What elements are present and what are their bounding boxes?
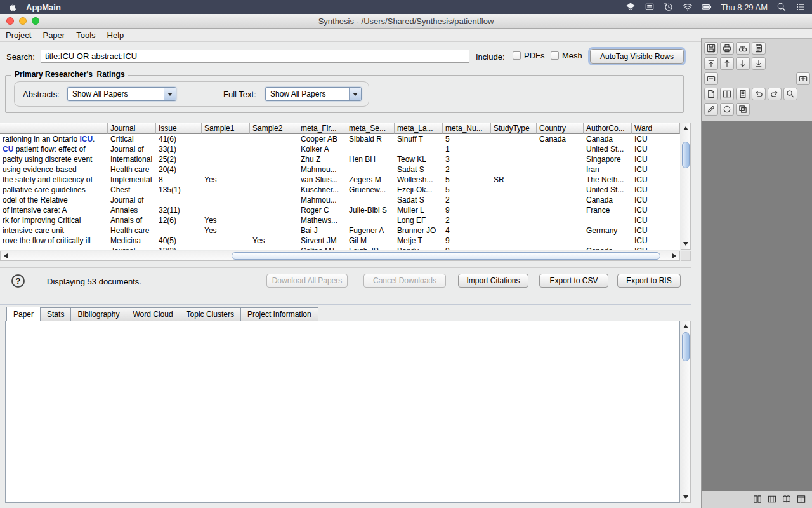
undo-icon[interactable] — [752, 88, 766, 100]
help-button[interactable]: ? — [11, 274, 25, 288]
draw-icon[interactable] — [704, 103, 718, 116]
battery-icon[interactable] — [702, 2, 712, 12]
abstracts-select[interactable]: Show All Papers — [67, 87, 176, 101]
table-row[interactable]: Journal13(2)Calfee MTLeigh JPBondy...9Ca… — [0, 246, 680, 250]
search-input[interactable] — [41, 50, 469, 63]
chevron-down-icon[interactable] — [349, 88, 361, 100]
table-row[interactable]: intensive care unitHealth careYesBai JFu… — [0, 225, 680, 236]
scroll-up-arrow-icon[interactable] — [683, 126, 688, 130]
dropbox-icon[interactable] — [625, 2, 636, 12]
table-row[interactable]: of intensive care: AAnnales32(11)Roger C… — [0, 205, 680, 215]
table-row[interactable]: CU patient flow: effect ofJournal of33(1… — [0, 144, 680, 154]
fulltext-select[interactable]: Show All Papers — [265, 87, 362, 101]
wifi-icon[interactable] — [683, 2, 693, 12]
scroll-down-arrow-icon[interactable] — [683, 242, 688, 246]
paper-content-panel[interactable] — [5, 321, 680, 503]
print-icon[interactable] — [720, 42, 734, 55]
scroll-down-arrow-icon[interactable] — [683, 495, 688, 499]
scroll-left-arrow-icon[interactable] — [4, 253, 8, 258]
table-row[interactable]: rk for Improving CriticalAnnals of12(6)Y… — [0, 215, 680, 225]
table-vertical-scrollbar[interactable] — [681, 123, 691, 250]
checkbox-box[interactable] — [513, 51, 521, 60]
document-icon[interactable] — [736, 88, 750, 100]
column-header[interactable]: Country — [537, 123, 584, 134]
column-header[interactable]: AuthorCo... — [584, 123, 632, 134]
notification-center-icon[interactable] — [796, 2, 806, 12]
table-row[interactable]: odel of the RelativeJournal ofMahmou...S… — [0, 195, 680, 205]
split-divider[interactable] — [0, 304, 691, 305]
display-icon[interactable] — [645, 2, 655, 12]
export-to-csv-button[interactable]: Export to CSV — [539, 274, 608, 288]
scroll-up-arrow-icon[interactable] — [683, 324, 688, 328]
redo-icon[interactable] — [768, 88, 782, 100]
column-header[interactable]: meta_Se... — [346, 123, 395, 134]
table-horizontal-scrollbar[interactable] — [0, 251, 680, 261]
pdfs-checkbox[interactable]: PDFs — [513, 51, 545, 60]
menu-paper[interactable]: Paper — [37, 30, 70, 40]
split-view-icon[interactable] — [720, 88, 734, 100]
column-header[interactable]: meta_La... — [395, 123, 443, 134]
column-header[interactable] — [0, 123, 108, 134]
zoom-out-icon[interactable] — [704, 72, 718, 85]
table-scrollbar-thumb[interactable] — [682, 142, 690, 168]
apple-menu-icon[interactable] — [8, 2, 17, 12]
columns-icon[interactable] — [767, 494, 777, 504]
column-header[interactable]: Issue — [156, 123, 202, 134]
layout-icon[interactable] — [796, 494, 806, 504]
column-header[interactable]: Journal — [108, 123, 156, 134]
book-icon[interactable] — [782, 494, 792, 504]
scroll-last-icon[interactable] — [752, 57, 766, 70]
column-header[interactable]: StudyType — [491, 123, 537, 134]
tab-stats[interactable]: Stats — [41, 307, 71, 321]
table-row[interactable]: using evidence-basedHealth care20(4)Mahm… — [0, 164, 680, 175]
column-header[interactable]: Sample2 — [250, 123, 298, 134]
annotate-icon[interactable] — [720, 103, 734, 116]
table-row[interactable]: rove the flow of critically illMedicina4… — [0, 236, 680, 246]
table-row[interactable]: palliative care guidelinesChest135(1)Kus… — [0, 185, 680, 195]
pages-icon[interactable] — [752, 494, 763, 504]
scroll-up-icon[interactable] — [720, 57, 734, 70]
new-document-icon[interactable] — [704, 88, 718, 100]
save-icon[interactable] — [704, 42, 718, 55]
search-icon[interactable] — [736, 42, 750, 55]
column-header[interactable]: meta_Fir... — [298, 123, 346, 134]
menubar-app-name[interactable]: AppMain — [26, 3, 61, 12]
table-row[interactable]: rationing in an Ontario ICU.Critical41(6… — [0, 134, 680, 144]
tab-word-cloud[interactable]: Word Cloud — [126, 307, 180, 321]
scroll-first-icon[interactable] — [704, 57, 718, 70]
paste-icon[interactable] — [752, 42, 766, 55]
table-horizontal-scrollbar-thumb[interactable] — [232, 252, 660, 260]
layers-icon[interactable] — [736, 103, 750, 116]
tab-paper[interactable]: Paper — [6, 307, 41, 321]
column-header[interactable]: Ward — [632, 123, 680, 134]
menubar-clock[interactable]: Thu 8:29 AM — [721, 3, 768, 12]
import-citations-button[interactable]: Import Citations — [458, 274, 528, 288]
window-titlebar[interactable]: Synthesis - /Users/Shared/Synthesis/pati… — [0, 14, 812, 29]
menu-help[interactable]: Help — [102, 30, 130, 40]
table-row[interactable]: the safety and efficiency ofImplementat8… — [0, 175, 680, 185]
scroll-down-icon[interactable] — [736, 57, 750, 70]
chevron-down-icon[interactable] — [164, 88, 176, 100]
tab-topic-clusters[interactable]: Topic Clusters — [180, 307, 241, 321]
column-header[interactable]: Sample1 — [202, 123, 250, 134]
scroll-right-arrow-icon[interactable] — [672, 253, 676, 258]
cancel-downloads-button[interactable]: Cancel Downloads — [363, 274, 446, 288]
time-machine-icon[interactable] — [664, 2, 674, 12]
spotlight-icon[interactable] — [776, 2, 787, 12]
menu-project[interactable]: Project — [0, 30, 37, 40]
download-all-papers-button[interactable]: Download All Papers — [266, 274, 348, 288]
checkbox-box[interactable] — [551, 51, 559, 60]
zoom-in-icon[interactable] — [796, 72, 810, 85]
export-to-ris-button[interactable]: Export to RIS — [617, 274, 681, 288]
tool-window-canvas[interactable] — [702, 121, 812, 491]
panel-vertical-scrollbar[interactable] — [681, 321, 691, 503]
panel-scrollbar-thumb[interactable] — [682, 332, 690, 361]
autotag-visible-rows-button[interactable]: AutoTag Visible Rows — [590, 49, 684, 64]
mesh-checkbox[interactable]: Mesh — [551, 51, 582, 60]
table-row[interactable]: pacity using discrete eventInternational… — [0, 154, 680, 164]
tab-project-information[interactable]: Project Information — [241, 307, 318, 321]
tab-bibliography[interactable]: Bibliography — [71, 307, 126, 321]
column-header[interactable]: meta_Nu... — [443, 123, 491, 134]
magnifier-icon[interactable] — [783, 88, 797, 100]
menu-tools[interactable]: Tools — [70, 30, 101, 40]
